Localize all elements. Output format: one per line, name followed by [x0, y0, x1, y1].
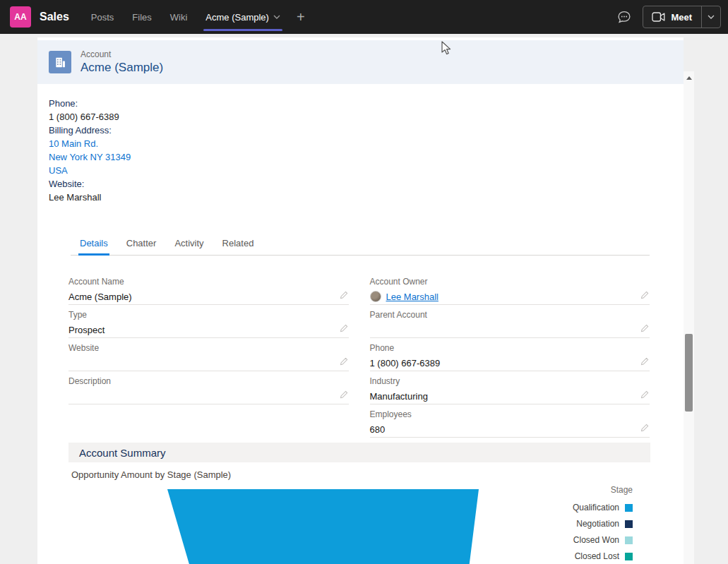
header-actions: Meet: [617, 6, 721, 28]
owner-avatar: [370, 291, 381, 302]
meet-button-main[interactable]: Meet: [643, 6, 701, 28]
salesforce-record-page: Account Acme (Sample) Phone: 1 (800) 667…: [37, 37, 684, 564]
tab-acme-sample[interactable]: Acme (Sample): [196, 0, 290, 34]
field-value: Acme (Sample): [68, 289, 349, 305]
legend-swatch: [625, 536, 633, 544]
edit-icon[interactable]: [340, 357, 348, 366]
meet-label: Meet: [671, 12, 692, 23]
field-label: Website: [68, 339, 349, 353]
legend-label: Closed Lost: [575, 551, 619, 561]
record-detail-tabs: Details Chatter Activity Related: [71, 237, 650, 256]
field-industry: Industry Manufacturing: [370, 372, 650, 405]
chat-icon[interactable]: [617, 10, 631, 24]
tab-label: Files: [132, 12, 151, 23]
field-parent-account: Parent Account: [370, 306, 650, 339]
scrollbar-thumb[interactable]: [685, 334, 693, 412]
legend-swatch: [625, 553, 633, 560]
chart-legend: Stage Qualification Negotiation Closed W…: [573, 485, 633, 564]
billing-address-label: Billing Address:: [49, 124, 131, 137]
scroll-up-button[interactable]: [684, 73, 694, 83]
tab-activity[interactable]: Activity: [165, 238, 213, 255]
edit-icon[interactable]: [640, 390, 649, 399]
owner-name-text: Lee Marshall: [49, 191, 131, 204]
phone-label: Phone:: [49, 97, 131, 110]
vertical-scrollbar[interactable]: [684, 71, 694, 564]
form-left-column: Account Name Acme (Sample) Type Prospect…: [68, 272, 349, 438]
field-employees: Employees 680: [370, 405, 650, 438]
legend-item-qualification: Qualification: [573, 503, 633, 512]
record-banner-text: Account Acme (Sample): [80, 49, 163, 75]
field-value: Lee Marshall: [370, 289, 650, 305]
address-street-link[interactable]: 10 Main Rd.: [49, 137, 131, 150]
field-value: Manufacturing: [370, 388, 650, 404]
website-label: Website:: [49, 177, 131, 191]
field-label: Parent Account: [370, 306, 650, 320]
field-value: [370, 322, 650, 338]
field-label: Description: [68, 372, 349, 386]
account-owner-link[interactable]: Lee Marshall: [386, 292, 438, 302]
record-title: Acme (Sample): [80, 61, 163, 75]
chart-title: Opportunity Amount by Stage (Sample): [71, 469, 231, 480]
section-title: Account Summary: [79, 447, 166, 459]
tab-files[interactable]: Files: [123, 0, 160, 34]
tab-related[interactable]: Related: [213, 238, 263, 255]
field-label: Account Owner: [370, 272, 650, 287]
tab-chatter[interactable]: Chatter: [117, 238, 166, 255]
field-description: Description: [68, 372, 349, 405]
field-label: Type: [68, 306, 349, 320]
edit-icon[interactable]: [340, 291, 348, 299]
field-label: Account Name: [68, 272, 349, 287]
legend-label: Closed Won: [573, 535, 619, 545]
meet-button[interactable]: Meet: [643, 6, 721, 28]
field-label: Industry: [370, 372, 650, 386]
legend-label: Qualification: [573, 503, 619, 512]
account-entity-icon: [49, 51, 71, 73]
funnel-segment-qualification: [167, 489, 479, 564]
tab-wiki[interactable]: Wiki: [161, 0, 197, 34]
field-value: [68, 388, 349, 404]
legend-swatch: [625, 520, 633, 528]
account-summary-header: Account Summary: [68, 443, 650, 462]
camera-icon: [652, 12, 665, 22]
legend-item-negotiation: Negotiation: [573, 519, 633, 529]
field-website: Website: [68, 339, 349, 372]
address-city-link[interactable]: New York NY 31349: [49, 150, 131, 164]
form-right-column: Account Owner Lee Marshall Parent Accoun…: [370, 272, 650, 438]
edit-icon[interactable]: [640, 424, 649, 432]
field-value: 1 (800) 667-6389: [370, 355, 650, 371]
meet-options-chevron[interactable]: [701, 6, 720, 28]
edit-icon[interactable]: [640, 291, 649, 299]
field-account-owner: Account Owner Lee Marshall: [370, 272, 650, 306]
add-tab-button[interactable]: +: [290, 0, 312, 34]
channel-tab-bar: Posts Files Wiki Acme (Sample) +: [82, 0, 312, 34]
field-type: Type Prospect: [68, 306, 349, 339]
tab-label: Wiki: [170, 12, 188, 23]
caret-up-icon: [686, 76, 692, 80]
phone-value: 1 (800) 667-6389: [49, 110, 131, 124]
channel-title: Sales: [40, 11, 69, 23]
tab-details[interactable]: Details: [71, 238, 117, 255]
teams-channel-header: AA Sales Posts Files Wiki Acme (Sample) …: [0, 0, 728, 34]
tab-label: Acme (Sample): [205, 12, 269, 23]
legend-title: Stage: [573, 485, 633, 495]
tab-posts[interactable]: Posts: [82, 0, 124, 34]
edit-icon[interactable]: [340, 324, 348, 332]
field-account-name: Account Name Acme (Sample): [68, 272, 349, 306]
legend-item-closed-lost: Closed Lost: [573, 551, 633, 561]
address-country-link[interactable]: USA: [49, 164, 131, 177]
field-value: 680: [370, 421, 650, 438]
tab-content-area: Account Acme (Sample) Phone: 1 (800) 667…: [0, 34, 728, 564]
edit-icon[interactable]: [340, 390, 348, 399]
entity-type-label: Account: [80, 49, 163, 59]
field-value: [68, 355, 349, 371]
chevron-down-icon: [273, 15, 280, 19]
details-form: Account Name Acme (Sample) Type Prospect…: [68, 272, 650, 438]
edit-icon[interactable]: [640, 324, 649, 332]
legend-label: Negotiation: [576, 519, 619, 529]
team-avatar[interactable]: AA: [10, 6, 31, 28]
edit-icon[interactable]: [640, 357, 649, 366]
tab-label: Posts: [91, 12, 114, 23]
record-banner: Account Acme (Sample): [37, 40, 684, 84]
legend-item-closed-won: Closed Won: [573, 535, 633, 545]
active-tab-underline: [203, 29, 282, 31]
